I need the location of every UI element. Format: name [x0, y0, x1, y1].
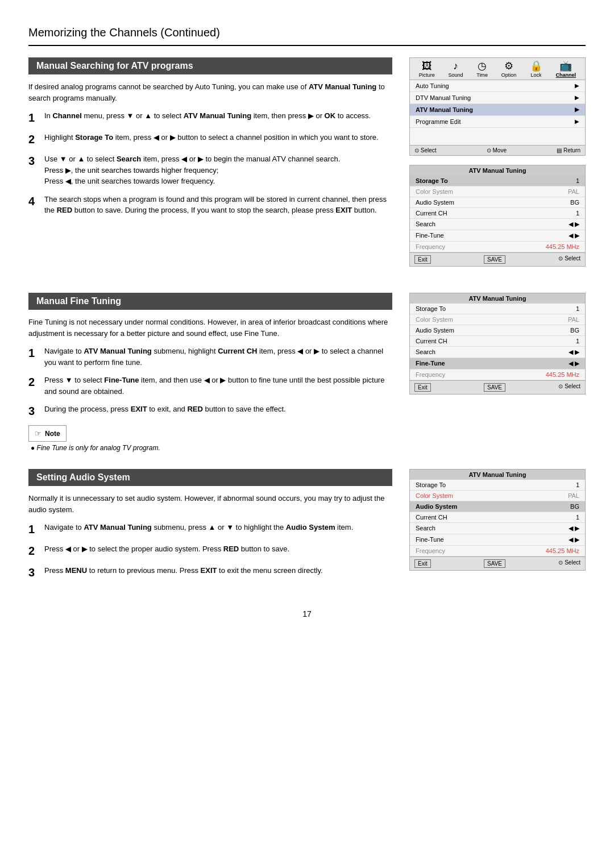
menu-row-programme: Programme Edit ▶: [410, 116, 585, 128]
note-icon: ☞: [35, 429, 42, 438]
atv-panel-1-title: ATV Manual Tuning: [410, 165, 585, 176]
section-left: Manual Searching for ATV programs If des…: [28, 57, 392, 276]
menu-icons-row: 🖼 Picture ♪ Sound ◷ Time ⚙ Option 🔒: [410, 58, 585, 80]
atv-row-storage-to-1: Storage To 1: [410, 176, 585, 186]
note-label: Note: [45, 430, 60, 438]
atv-row-finetune-3: Fine-Tune ◀ ▶: [410, 534, 585, 546]
steps-audio: 1 Navigate to ATV Manual Tuning submenu,…: [28, 522, 392, 580]
atv-row-audio-system-3: Audio System BG: [410, 501, 585, 512]
atv-row-audio-system-2: Audio System BG: [410, 325, 585, 336]
step-4-searching: 4 The search stops when a program is fou…: [28, 194, 392, 216]
atv-panel-3-footer: Exit SAVE ⊙ Select: [410, 556, 585, 570]
title-text: Memorizing the Channels: [28, 26, 157, 39]
icon-sound: ♪ Sound: [449, 61, 463, 78]
atv-row-current-ch-3: Current CH 1: [410, 512, 585, 523]
atv-row-color-system-3: Color System PAL: [410, 491, 585, 501]
atv-row-storage-to-2: Storage To 1: [410, 304, 585, 314]
atv-row-finetune-1: Fine-Tune ◀ ▶: [410, 230, 585, 242]
icon-time: ◷ Time: [476, 61, 488, 78]
step-3-searching: 3 Use ▼ or ▲ to select Search item, pres…: [28, 153, 392, 187]
atv-panel-2-title: ATV Manual Tuning: [410, 293, 585, 304]
page-number: 17: [28, 609, 586, 618]
intro-fine-tuning: Fine Tuning is not necessary under norma…: [28, 317, 392, 339]
atv-row-current-ch-1: Current CH 1: [410, 208, 585, 219]
atv-row-search-3: Search ◀ ▶: [410, 523, 585, 534]
intro-searching: If desired analog programs cannot be sea…: [28, 81, 392, 103]
step-1-fine: 1 Navigate to ATV Manual Tuning submenu,…: [28, 346, 392, 368]
atv-row-frequency-1: Frequency 445.25 MHz: [410, 242, 585, 252]
atv-row-search-2: Search ◀ ▶: [410, 347, 585, 358]
note-section: ☞ Note ● Fine Tune is only for analog TV…: [28, 425, 392, 452]
icon-option: ⚙ Option: [501, 61, 517, 78]
section-header-fine-tuning: Manual Fine Tuning: [28, 293, 392, 310]
step-2-audio: 2 Press ◀ or ▶ to select the proper audi…: [28, 543, 392, 558]
atv-row-finetune-2: Fine-Tune ◀ ▶: [410, 358, 585, 369]
atv-panel-3: ATV Manual Tuning Storage To 1 Color Sys…: [409, 469, 586, 571]
step-1-searching: 1 In Channel menu, press ▼ or ▲ to selec…: [28, 110, 392, 125]
atv-row-frequency-3: Frequency 445.25 MHz: [410, 546, 585, 556]
atv-row-audio-system-1: Audio System BG: [410, 197, 585, 208]
page-title: Memorizing the Channels (Continued): [28, 23, 586, 46]
section-fine-tuning: Manual Fine Tuning Fine Tuning is not ne…: [28, 293, 586, 452]
audio-system-right: ATV Manual Tuning Storage To 1 Color Sys…: [409, 469, 586, 587]
audio-system-left: Setting Audio System Normally it is unne…: [28, 469, 392, 587]
section-right-searching: 🖼 Picture ♪ Sound ◷ Time ⚙ Option 🔒: [409, 57, 586, 276]
step-3-fine: 3 During the process, press EXIT to exit…: [28, 404, 392, 418]
fine-tuning-right: ATV Manual Tuning Storage To 1 Color Sys…: [409, 293, 586, 452]
section-manual-searching: Manual Searching for ATV programs If des…: [28, 57, 586, 276]
top-menu-footer: ⊙ Select ⊙ Move ▤ Return: [410, 145, 585, 155]
atv-row-color-system-2: Color System PAL: [410, 314, 585, 325]
section-audio-system: Setting Audio System Normally it is unne…: [28, 469, 586, 587]
step-1-audio: 1 Navigate to ATV Manual Tuning submenu,…: [28, 522, 392, 537]
atv-row-current-ch-2: Current CH 1: [410, 336, 585, 347]
atv-panel-3-title: ATV Manual Tuning: [410, 470, 585, 480]
icon-lock: 🔒 Lock: [530, 61, 542, 78]
icon-channel: 📺 Channel: [556, 61, 576, 78]
intro-audio: Normally it is unnecessary to set audio …: [28, 493, 392, 515]
step-3-audio: 3 Press MENU to return to previous menu.…: [28, 565, 392, 580]
atv-row-storage-to-3: Storage To 1: [410, 480, 585, 491]
atv-panel-1: ATV Manual Tuning Storage To 1 Color Sys…: [409, 165, 586, 267]
atv-row-search-1: Search ◀ ▶: [410, 219, 585, 230]
note-box: ☞ Note: [28, 425, 67, 442]
note-text: ● Fine Tune is only for analog TV progra…: [31, 444, 392, 452]
section-header-audio: Setting Audio System: [28, 469, 392, 486]
channel-menu-panel: 🖼 Picture ♪ Sound ◷ Time ⚙ Option 🔒: [409, 57, 586, 156]
atv-row-color-system-1: Color System PAL: [410, 186, 585, 197]
atv-panel-2-footer: Exit SAVE ⊙ Select: [410, 380, 585, 394]
atv-row-frequency-2: Frequency 445.25 MHz: [410, 369, 585, 380]
atv-panel-2: ATV Manual Tuning Storage To 1 Color Sys…: [409, 293, 586, 394]
atv-panel-1-footer: Exit SAVE ⊙ Select: [410, 252, 585, 266]
section-header-searching: Manual Searching for ATV programs: [28, 57, 392, 74]
menu-row-dtv: DTV Manual Tuning ▶: [410, 92, 585, 104]
menu-row-auto-tuning: Auto Tuning ▶: [410, 80, 585, 92]
icon-picture: 🖼 Picture: [419, 61, 435, 78]
steps-searching: 1 In Channel menu, press ▼ or ▲ to selec…: [28, 110, 392, 216]
step-2-searching: 2 Highlight Storage To item, press ◀ or …: [28, 132, 392, 147]
fine-tuning-left: Manual Fine Tuning Fine Tuning is not ne…: [28, 293, 392, 452]
step-2-fine: 2 Press ▼ to select Fine-Tune item, and …: [28, 375, 392, 397]
menu-row-atv: ATV Manual Tuning ▶: [410, 104, 585, 116]
steps-fine-tuning: 1 Navigate to ATV Manual Tuning submenu,…: [28, 346, 392, 418]
title-suffix: (Continued): [157, 26, 220, 39]
